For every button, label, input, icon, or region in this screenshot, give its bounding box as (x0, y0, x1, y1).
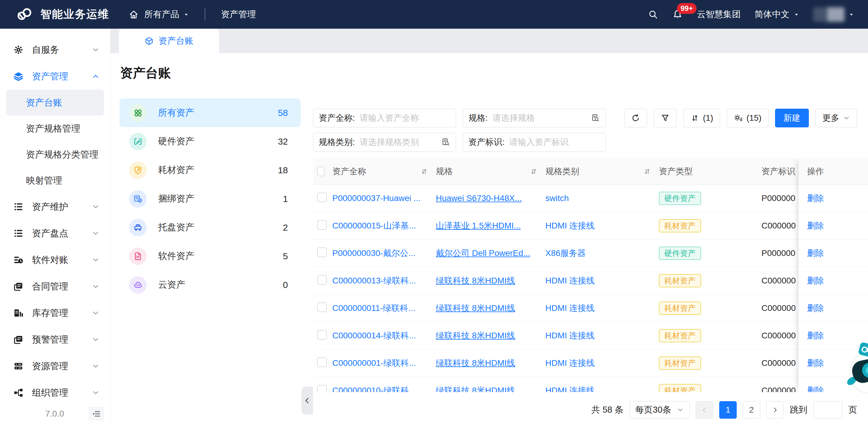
asset-name-link[interactable]: P000000030-戴尔公... (332, 247, 436, 259)
row-checkbox[interactable] (317, 247, 327, 257)
delete-link[interactable]: 删除 (807, 385, 824, 392)
category-software-assets[interactable]: 软件资产 5 (120, 242, 301, 270)
sort-arrows-icon[interactable] (530, 168, 537, 175)
sidebar-item-self-service[interactable]: 自服务 (0, 36, 110, 63)
sidebar-item-contract-management[interactable]: 合同管理 (0, 273, 110, 300)
sidebar-subitem-asset-spec-category[interactable]: 资产规格分类管理 (6, 142, 104, 168)
row-checkbox[interactable] (317, 357, 327, 367)
asset-name-link[interactable]: C000000001-绿联科... (332, 357, 436, 369)
sort-arrows-icon[interactable] (643, 168, 651, 175)
filter-button[interactable] (654, 109, 677, 127)
row-checkbox[interactable] (317, 275, 327, 285)
doc-search-icon[interactable] (441, 138, 450, 147)
sidebar-item-asset-maintenance[interactable]: 资产维护 (0, 193, 110, 220)
asset-name-link[interactable]: C000000015-山泽基... (332, 220, 436, 232)
spec-link[interactable]: 绿联科技 8米HDMI线 (436, 357, 546, 369)
create-button[interactable]: 新建 (775, 109, 809, 127)
category-cloud-assets[interactable]: 云资产 0 (120, 270, 301, 299)
spec-category-link[interactable]: HDMI 连接线 (546, 275, 659, 286)
sidebar-item-inventory-management[interactable]: 库存管理 (0, 300, 110, 326)
sidebar-subitem-mapping[interactable]: 映射管理 (6, 168, 104, 193)
more-button[interactable]: 更多 (815, 109, 857, 127)
app-logo[interactable]: 智能业务运维 (16, 6, 109, 23)
page-button-1[interactable]: 1 (719, 401, 737, 419)
row-checkbox[interactable] (317, 330, 327, 340)
sidebar-item-asset-inventory-check[interactable]: 资产盘点 (0, 220, 110, 247)
asset-name-link[interactable]: C000000011-绿联科... (332, 302, 436, 314)
language-switcher[interactable]: 简体中文 (754, 8, 799, 21)
spec-category-filter[interactable]: 规格类别: (313, 133, 456, 152)
all-products-menu[interactable]: 所有产品 (144, 8, 189, 21)
category-pallet-assets[interactable]: 托盘资产 2 (120, 213, 301, 242)
next-page-button[interactable] (766, 401, 784, 419)
spec-link[interactable]: 山泽基业 1.5米HDMI... (436, 220, 546, 232)
asset-name-input[interactable] (360, 113, 450, 123)
spec-category-link[interactable]: HDMI 连接线 (546, 385, 659, 392)
search-icon[interactable] (648, 9, 658, 20)
sidebar-item-asset-management[interactable]: 资产管理 (0, 63, 110, 90)
page-size-select[interactable]: 每页30条 (629, 401, 690, 419)
column-settings-button[interactable]: (15) (727, 109, 768, 127)
asset-id-filter[interactable]: 资产标识: (463, 133, 606, 152)
row-checkbox[interactable] (317, 302, 327, 312)
home-icon[interactable] (129, 9, 139, 20)
page-button-2[interactable]: 2 (743, 401, 760, 419)
spec-link[interactable]: 戴尔公司 Dell PowerEd... (436, 247, 546, 259)
tab-asset-ledger[interactable]: 资产台账 (119, 29, 219, 53)
asset-name-link[interactable]: P000000037-Huawei ... (332, 193, 436, 203)
spec-category-link[interactable]: switch (546, 193, 659, 203)
spec-filter[interactable]: 规格: (463, 109, 606, 127)
current-product-link[interactable]: 资产管理 (221, 8, 256, 21)
spec-link[interactable]: 绿联科技 8米HDMI线 (436, 302, 546, 314)
sidebar-item-alert-management[interactable]: 预警管理 (0, 326, 110, 353)
collapse-category-panel-button[interactable] (302, 387, 313, 415)
delete-link[interactable]: 删除 (807, 220, 824, 232)
delete-link[interactable]: 删除 (807, 330, 824, 341)
spec-link[interactable]: 绿联科技 8米HDMI线 (436, 330, 546, 341)
spec-link[interactable]: 绿联科技 8米HDMI线 (436, 385, 546, 392)
asset-id-input[interactable] (509, 137, 600, 147)
delete-link[interactable]: 删除 (807, 247, 824, 259)
org-name[interactable]: 云智慧集团 (697, 8, 741, 21)
spec-link[interactable]: 绿联科技 8米HDMI线 (436, 275, 546, 286)
delete-link[interactable]: 删除 (807, 357, 824, 369)
spec-link[interactable]: Huawei S6730-H48X... (436, 193, 546, 203)
prev-page-button[interactable] (696, 401, 713, 419)
sidebar-item-software-reconciliation[interactable]: 软件对账 (0, 247, 110, 273)
spec-category-link[interactable]: HDMI 连接线 (546, 302, 659, 314)
row-checkbox[interactable] (317, 385, 327, 392)
category-hardware-assets[interactable]: 硬件资产 32 (120, 127, 301, 156)
spec-category-link[interactable]: HDMI 连接线 (546, 330, 659, 341)
delete-link[interactable]: 删除 (807, 192, 824, 204)
asset-name-link[interactable]: C000000013-绿联科... (332, 275, 436, 286)
category-all-assets[interactable]: 所有资产 58 (120, 98, 301, 127)
row-checkbox[interactable] (317, 192, 327, 202)
spec-category-link[interactable]: HDMI 连接线 (546, 220, 659, 232)
category-consumable-assets[interactable]: 耗材资产 18 (120, 156, 301, 184)
sort-button[interactable]: (1) (683, 109, 720, 127)
spec-category-link[interactable]: HDMI 连接线 (546, 357, 659, 369)
spec-select-input[interactable] (493, 113, 591, 123)
doc-search-icon[interactable] (591, 114, 600, 123)
jump-page-input[interactable] (813, 401, 842, 419)
sidebar-item-resource-management[interactable]: 资源管理 (0, 353, 110, 380)
row-checkbox[interactable] (317, 220, 327, 230)
asset-name-filter[interactable]: 资产全称: (313, 109, 456, 127)
collapse-sidebar-button[interactable] (88, 407, 104, 421)
bell-icon[interactable]: 99+ (672, 9, 683, 20)
category-bundled-assets[interactable]: 捆绑资产 1 (120, 184, 301, 213)
spec-category-select-input[interactable] (360, 137, 441, 147)
asset-name-link[interactable]: C000000010-绿联科 (332, 385, 436, 392)
asset-name-link[interactable]: C000000014-绿联科... (332, 330, 436, 341)
refresh-button[interactable] (624, 109, 647, 127)
sidebar-item-organization-management[interactable]: 组织管理 (0, 380, 110, 406)
delete-link[interactable]: 删除 (807, 302, 824, 314)
sidebar-subitem-asset-ledger[interactable]: 资产台账 (6, 90, 104, 116)
sort-arrows-icon[interactable] (420, 168, 428, 175)
select-all-checkbox[interactable] (317, 166, 324, 176)
assistant-mascot[interactable] (843, 342, 868, 400)
user-menu[interactable] (813, 7, 854, 22)
sidebar-subitem-asset-spec[interactable]: 资产规格管理 (6, 116, 104, 142)
spec-category-link[interactable]: X86服务器 (546, 247, 659, 259)
delete-link[interactable]: 删除 (807, 275, 824, 286)
